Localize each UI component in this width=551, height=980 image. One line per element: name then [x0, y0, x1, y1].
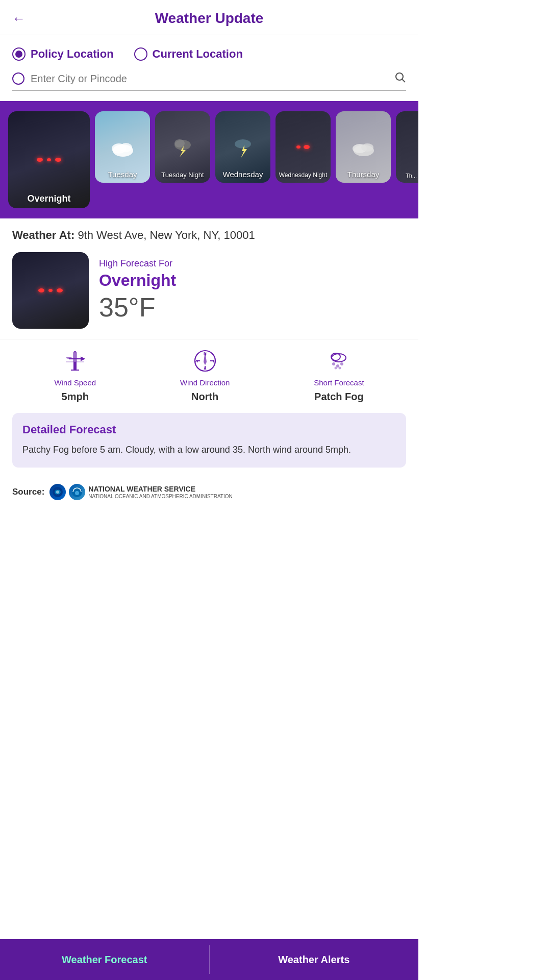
svg-point-32 — [332, 362, 335, 365]
svg-point-8 — [235, 139, 251, 149]
night-light-1 — [37, 158, 43, 162]
detailed-forecast-section: Detailed Forecast Patchy Fog before 5 am… — [12, 413, 406, 468]
high-forecast-label: High Forecast For — [99, 258, 406, 269]
lightning-icon-wednesday — [232, 136, 255, 159]
forecast-carousel[interactable]: Overnight Tuesday Tuesday Night — [0, 101, 418, 218]
lightning-icon-tuesday-night — [171, 136, 194, 159]
svg-text:W: W — [194, 359, 198, 363]
short-forecast-label: Short Forecast — [314, 378, 364, 387]
card-label-thursday: Thursday — [336, 170, 391, 179]
compass-icon: N S W E — [192, 348, 218, 374]
svg-point-6 — [174, 139, 185, 148]
cloud-icon-thursday — [349, 137, 378, 157]
wind-speed-label: Wind Speed — [54, 378, 96, 387]
current-radio[interactable] — [134, 47, 147, 61]
night-light-3 — [55, 158, 61, 162]
svg-point-35 — [335, 367, 337, 370]
forecast-card-overnight[interactable]: Overnight — [8, 111, 90, 208]
noaa-emblem — [69, 484, 85, 500]
cloud-icon-tuesday — [109, 137, 137, 157]
card-label-wednesday-night: Wednesday Night — [276, 172, 331, 179]
nws-text-block: NATIONAL WEATHER SERVICE NATIONAL OCEANI… — [88, 484, 232, 499]
weather-info: High Forecast For Overnight 35°F — [99, 258, 406, 323]
forecast-card-thursday[interactable]: Thursday — [336, 111, 391, 183]
policy-location-option[interactable]: Policy Location — [12, 47, 114, 61]
card-label-tuesday: Tuesday — [95, 170, 150, 179]
svg-point-30 — [332, 354, 346, 362]
current-weather: High Forecast For Overnight 35°F — [0, 248, 418, 339]
svg-marker-16 — [81, 357, 84, 360]
current-location-option[interactable]: Current Location — [134, 47, 243, 61]
wind-direction-label: Wind Direction — [180, 378, 230, 387]
svg-line-1 — [403, 80, 406, 83]
svg-point-12 — [361, 143, 373, 152]
detailed-forecast-text: Patchy Fog before 5 am. Cloudy, with a l… — [22, 443, 396, 457]
forecast-card-thursday-night[interactable]: Th... — [396, 111, 418, 183]
search-button[interactable] — [394, 71, 406, 86]
card-label-thursday-night: Th... — [396, 173, 418, 179]
stat-short-forecast: Short Forecast Patch Fog — [314, 348, 364, 403]
wn-light-2 — [304, 145, 310, 149]
night-light-2 — [47, 158, 51, 161]
nws-name: NATIONAL WEATHER SERVICE — [88, 484, 232, 494]
search-input[interactable] — [31, 73, 388, 85]
stat-wind-direction: N S W E Wind Direction North — [180, 348, 230, 403]
svg-point-40 — [75, 491, 79, 495]
wn-light-1 — [296, 145, 300, 149]
svg-point-38 — [56, 491, 59, 494]
search-icon — [394, 71, 406, 83]
svg-point-0 — [396, 73, 403, 80]
source-label: Source: — [12, 487, 44, 497]
main-light-1 — [38, 288, 44, 292]
forecast-card-tuesday-night[interactable]: Tuesday Night — [155, 111, 210, 183]
policy-radio[interactable] — [12, 47, 26, 61]
temperature: 35°F — [99, 292, 406, 323]
short-forecast-value: Patch Fog — [314, 391, 364, 403]
nws-logo: NATIONAL WEATHER SERVICE NATIONAL OCEANI… — [49, 484, 232, 500]
stats-row: Wind Speed 5mph N S W E Wind Direction N… — [0, 339, 418, 413]
wind-direction-value: North — [191, 391, 218, 403]
svg-point-33 — [336, 364, 339, 368]
nws-emblem — [49, 484, 66, 500]
back-button[interactable]: ← — [12, 11, 26, 27]
card-label-wednesday: Wednesday — [215, 170, 270, 179]
location-selector: Policy Location Current Location — [0, 35, 418, 67]
main-light-2 — [48, 289, 53, 292]
forecast-card-wednesday-night[interactable]: Wednesday Night — [276, 111, 331, 183]
forecast-card-wednesday[interactable]: Wednesday — [215, 111, 270, 183]
forecast-card-tuesday[interactable]: Tuesday — [95, 111, 150, 183]
page-title: Weather Update — [155, 10, 264, 27]
current-weather-image — [12, 252, 89, 329]
search-bar — [12, 71, 406, 91]
svg-text:S: S — [204, 366, 207, 371]
main-light-3 — [57, 288, 63, 292]
card-label-tuesday-night: Tuesday Night — [155, 171, 210, 179]
svg-point-4 — [120, 143, 132, 152]
wind-speed-value: 5mph — [62, 391, 89, 403]
detailed-forecast-title: Detailed Forecast — [22, 423, 396, 436]
weather-at-section: Weather At: 9th West Ave, New York, NY, … — [0, 218, 418, 248]
stat-wind-speed: Wind Speed 5mph — [54, 348, 96, 403]
svg-point-34 — [340, 362, 343, 365]
svg-marker-29 — [204, 355, 206, 364]
source-section: Source: NATIONAL WEATHER SERVICE NATIONA… — [0, 478, 418, 510]
weather-at-text: Weather At: 9th West Ave, New York, NY, … — [12, 229, 406, 242]
svg-text:E: E — [213, 359, 216, 363]
period-name: Overnight — [99, 271, 406, 290]
header: ← Weather Update — [0, 0, 418, 35]
fog-cloud-icon — [325, 348, 352, 374]
nws-subtext: NATIONAL OCEANIC AND ATMOSPHERIC ADMINIS… — [88, 494, 232, 499]
card-label-overnight: Overnight — [8, 193, 90, 204]
svg-point-36 — [339, 367, 341, 370]
policy-location-label: Policy Location — [31, 47, 114, 61]
weather-vane-icon — [62, 348, 88, 374]
search-radio-indicator — [12, 72, 24, 85]
current-location-label: Current Location — [153, 47, 243, 61]
